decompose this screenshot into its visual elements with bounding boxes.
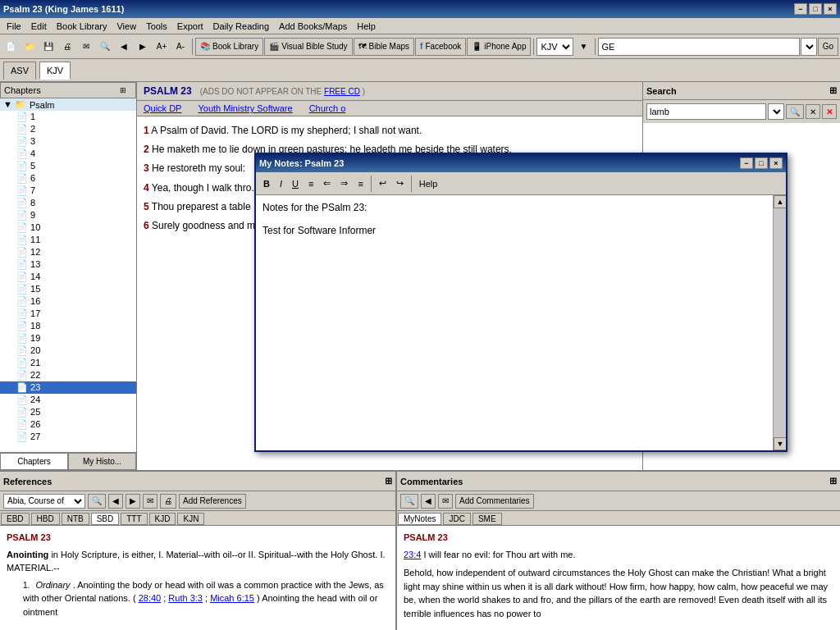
chapter-18[interactable]: 📄 18 (0, 320, 136, 332)
menu-edit[interactable]: Edit (26, 20, 52, 33)
ref-next-button[interactable]: ▶ (126, 494, 140, 509)
add-references-button[interactable]: Add References (179, 494, 246, 509)
menu-add-books[interactable]: Add Books/Maps (274, 20, 352, 33)
kjv-dropdown[interactable]: KJV ASV NIV (536, 38, 573, 56)
bible-maps-button[interactable]: 🗺 Bible Maps (354, 38, 414, 56)
chapter-26[interactable]: 📄 26 (0, 418, 136, 431)
notes-restore[interactable]: □ (755, 158, 768, 169)
search-go-button[interactable]: 🔍 (786, 104, 804, 119)
align-button[interactable]: ≡ (354, 175, 367, 193)
redo-button[interactable]: ↪ (392, 175, 408, 193)
menu-file[interactable]: File (2, 20, 26, 33)
chapter-7[interactable]: 📄 7 (0, 185, 136, 197)
comm-tab-mynotes[interactable]: MyNotes (398, 513, 441, 525)
church-link[interactable]: Church o (309, 103, 346, 113)
open-button[interactable]: 📁 (21, 37, 39, 57)
book-library-button[interactable]: 📚 Book Library (195, 38, 263, 56)
chapter-17[interactable]: 📄 17 (0, 308, 136, 320)
search-input[interactable] (646, 103, 766, 120)
free-cd-link[interactable]: FREE CD (324, 87, 360, 96)
youth-ministry-link[interactable]: Youth Ministry Software (198, 103, 292, 113)
references-expand[interactable]: ⊞ (385, 476, 392, 486)
undo-button[interactable]: ↩ (375, 175, 390, 193)
ref-search-button[interactable]: 🔍 (88, 494, 106, 509)
chapter-27[interactable]: 📄 27 (0, 431, 136, 443)
ref-prev-button[interactable]: ◀ (108, 494, 123, 509)
minimize-button[interactable]: − (794, 3, 807, 15)
print-button[interactable]: 🖨 (58, 37, 76, 57)
chapter-21[interactable]: 📄 21 (0, 357, 136, 369)
menu-tools[interactable]: Tools (141, 20, 172, 33)
references-search-dropdown[interactable]: Abia, Course of (3, 494, 85, 509)
search-options-dropdown[interactable]: ▼ (768, 103, 784, 120)
menu-daily-reading[interactable]: Daily Reading (208, 20, 274, 33)
ref-tab-kjd[interactable]: KJD (149, 513, 176, 525)
chapter-19[interactable]: 📄 19 (0, 332, 136, 345)
forward-button[interactable]: ▶ (134, 37, 152, 57)
ref-tab-ebd[interactable]: EBD (1, 513, 30, 525)
asv-tab[interactable]: ASV (3, 62, 36, 80)
ref-email-button[interactable]: ✉ (143, 494, 158, 509)
italic-button[interactable]: I (276, 175, 286, 193)
chapter-15[interactable]: 📄 15 (0, 283, 136, 295)
chapter-5[interactable]: 📄 5 (0, 160, 136, 172)
ge-dropdown[interactable]: ▼ (801, 38, 817, 56)
ref-tab-ttt[interactable]: TTT (121, 513, 147, 525)
new-button[interactable]: 📄 (2, 37, 20, 57)
add-commentaries-button[interactable]: Add Commentaries (455, 494, 534, 509)
ref-tab-ntb[interactable]: NTB (62, 513, 89, 525)
ref-tab-sbd[interactable]: SBD (91, 513, 120, 525)
comm-email-button[interactable]: ✉ (438, 494, 453, 509)
notes-close[interactable]: × (769, 158, 783, 169)
chapters-tab[interactable]: Chapters (0, 453, 68, 470)
find-button[interactable]: 🔍 (96, 37, 114, 57)
bullets-button[interactable]: ≡ (304, 175, 317, 193)
ref-tab-hbd[interactable]: HBD (31, 513, 60, 525)
bold-button[interactable]: B (259, 175, 274, 193)
comm-prev-button[interactable]: ◀ (421, 494, 436, 509)
chapter-4[interactable]: 📄 4 (0, 148, 136, 160)
ref-print-button[interactable]: 🖨 (160, 494, 176, 509)
close-button[interactable]: × (824, 3, 837, 15)
notes-body[interactable]: Notes for the PSalm 23: Test for Softwar… (256, 195, 773, 450)
search-close-button[interactable]: ✕ (822, 104, 837, 119)
chapter-6[interactable]: 📄 6 (0, 172, 136, 185)
chapter-1[interactable]: 📄 1 (0, 111, 136, 123)
kjv-tab[interactable]: KJV (39, 62, 71, 80)
comm-tab-jdc[interactable]: JDC (443, 513, 470, 525)
chapter-13[interactable]: 📄 13 (0, 258, 136, 271)
menu-view[interactable]: View (112, 20, 141, 33)
chapter-8[interactable]: 📄 8 (0, 197, 136, 209)
facebook-button[interactable]: f Facebook (415, 38, 466, 56)
chapter-10[interactable]: 📄 10 (0, 221, 136, 234)
email-button[interactable]: ✉ (77, 37, 95, 57)
help-button[interactable]: Help (415, 175, 442, 193)
back-button[interactable]: ◀ (115, 37, 133, 57)
save-button[interactable]: 💾 (39, 37, 57, 57)
search-clear-button[interactable]: ✕ (806, 104, 820, 119)
menu-export[interactable]: Export (172, 20, 208, 33)
ref-tab-kjn[interactable]: KJN (177, 513, 204, 525)
ref-link-3[interactable]: Micah 6:15 (210, 593, 254, 603)
history-tab[interactable]: My Histo... (68, 453, 136, 470)
go-button[interactable]: Go (818, 38, 838, 56)
chapter-24[interactable]: 📄 24 (0, 394, 136, 406)
iphone-app-button[interactable]: 📱 iPhone App (467, 38, 531, 56)
indent-button[interactable]: ⇒ (336, 175, 352, 193)
outdent-button[interactable]: ⇐ (319, 175, 335, 193)
underline-button[interactable]: U (288, 175, 303, 193)
comm-tab-sme[interactable]: SME (472, 513, 502, 525)
commentaries-expand[interactable]: ⊞ (829, 476, 837, 486)
chapter-11[interactable]: 📄 11 (0, 234, 136, 246)
ge-input[interactable] (598, 38, 799, 56)
chapter-16[interactable]: 📄 16 (0, 295, 136, 308)
quick-dp-link[interactable]: Quick DP (144, 103, 181, 113)
chapter-2[interactable]: 📄 2 (0, 123, 136, 135)
ref-link-1[interactable]: 28:40 (139, 593, 162, 603)
chapter-25[interactable]: 📄 25 (0, 406, 136, 418)
chapter-12[interactable]: 📄 12 (0, 246, 136, 258)
chapter-22[interactable]: 📄 22 (0, 369, 136, 381)
psalm-folder[interactable]: ▼ 📁 Psalm (0, 98, 136, 111)
notes-minimize[interactable]: − (740, 158, 753, 169)
comm-search-button[interactable]: 🔍 (400, 494, 418, 509)
